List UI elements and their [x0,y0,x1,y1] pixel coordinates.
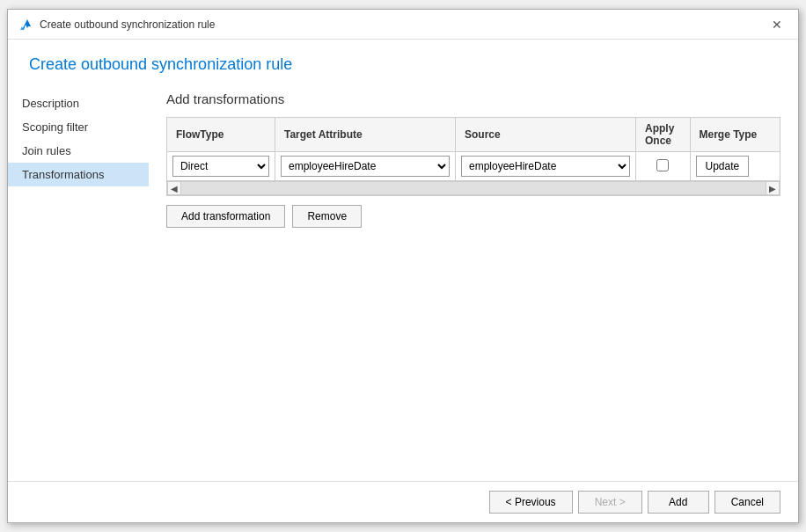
cancel-button[interactable]: Cancel [714,491,780,514]
sidebar-item-join-label: Join rules [22,144,71,157]
apply-once-checkbox[interactable] [656,159,669,171]
sidebar-item-scoping-label: Scoping filter [22,120,88,134]
sidebar-item-transformations[interactable]: Transformations [8,163,149,186]
horizontal-scrollbar: ◀ ▶ [167,181,780,195]
col-header-source: Source [456,118,636,152]
dialog-body: Description Scoping filter Join rules Tr… [8,83,798,481]
previous-button[interactable]: < Previous [489,491,573,514]
dialog-footer: < Previous Next > Add Cancel [8,481,798,522]
add-transformation-button[interactable]: Add transformation [166,205,285,228]
azure-icon [18,18,33,32]
remove-button[interactable]: Remove [292,205,362,228]
dialog-header: Create outbound synchronization rule [8,40,798,83]
close-button[interactable]: ✕ [766,14,788,35]
sidebar-item-join-rules[interactable]: Join rules [8,139,149,163]
source-select[interactable]: employeeHireDate [461,156,630,177]
sidebar-item-transformations-label: Transformations [22,168,104,181]
sidebar-item-description[interactable]: Description [8,91,149,115]
sidebar-item-scoping-filter[interactable]: Scoping filter [8,115,149,139]
apply-once-cell [636,152,691,181]
merge-type-cell: Update [690,152,780,181]
dialog: Create outbound synchronization rule ✕ C… [7,9,799,523]
source-cell: employeeHireDate [456,152,636,181]
scroll-track[interactable] [181,181,766,195]
target-cell: employeeHireDate [275,152,456,181]
next-button[interactable]: Next > [578,491,642,514]
flowtype-cell: Direct Constant Expression [167,152,275,181]
add-button[interactable]: Add [648,491,709,514]
col-header-flowtype: FlowType [167,118,275,152]
main-content: Add transformations FlowType Target Attr… [149,83,798,481]
transformations-table: FlowType Target Attribute Source Apply O… [166,117,780,196]
target-attribute-select[interactable]: employeeHireDate [281,156,450,177]
sidebar-item-description-label: Description [22,97,79,110]
title-bar-left: Create outbound synchronization rule [18,18,215,32]
action-buttons: Add transformation Remove [166,205,780,228]
scroll-cell: ◀ ▶ [167,181,780,196]
section-title: Add transformations [166,91,780,106]
merge-type-button[interactable]: Update [696,156,750,177]
table-row: Direct Constant Expression employeeHireD… [167,152,780,181]
page-title: Create outbound synchronization rule [29,55,777,74]
flowtype-select[interactable]: Direct Constant Expression [172,156,269,177]
table-header-row: FlowType Target Attribute Source Apply O… [167,118,780,152]
sidebar: Description Scoping filter Join rules Tr… [8,83,149,481]
col-header-apply: Apply Once [636,118,691,152]
svg-marker-0 [22,19,31,30]
col-header-target: Target Attribute [275,118,456,152]
scroll-right-arrow[interactable]: ▶ [766,181,780,195]
title-bar-text: Create outbound synchronization rule [40,18,215,31]
scroll-row: ◀ ▶ [167,181,780,196]
scroll-left-arrow[interactable]: ◀ [167,181,181,195]
title-bar: Create outbound synchronization rule ✕ [8,10,798,40]
col-header-merge: Merge Type [690,118,780,152]
